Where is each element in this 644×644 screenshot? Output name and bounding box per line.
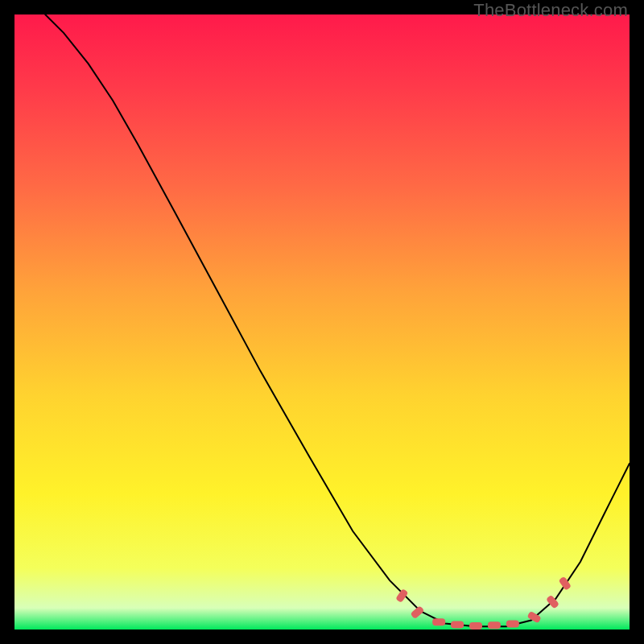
bottleneck-chart: [14, 14, 630, 630]
valley-marker: [488, 621, 501, 629]
valley-marker: [451, 621, 464, 628]
chart-frame: [14, 14, 630, 630]
valley-marker: [469, 622, 482, 630]
valley-marker: [432, 618, 445, 625]
watermark-text: TheBottleneck.com: [473, 0, 628, 21]
gradient-background: [14, 14, 630, 630]
valley-marker: [506, 621, 519, 628]
